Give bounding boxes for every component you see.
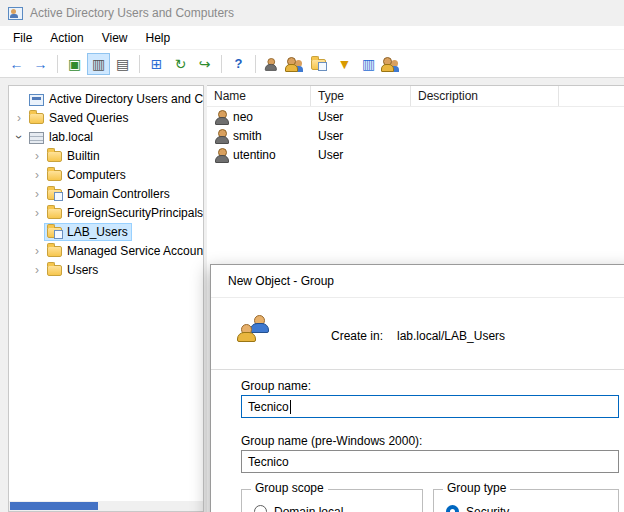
folder-icon bbox=[47, 265, 62, 276]
group-icon bbox=[285, 57, 303, 71]
advanced-icon[interactable]: ▥ bbox=[357, 53, 380, 75]
user-icon bbox=[214, 110, 228, 124]
chevron-right-icon[interactable] bbox=[29, 242, 45, 260]
new-group-icon[interactable] bbox=[285, 53, 308, 75]
list-item-utentino[interactable]: utentino User bbox=[207, 145, 624, 164]
ou-folder-icon bbox=[311, 59, 326, 70]
pre-windows-2000-label: Group name (pre-Windows 2000): bbox=[241, 434, 422, 448]
new-window-icon[interactable]: ⊞ bbox=[145, 53, 168, 75]
folder-icon bbox=[47, 151, 62, 162]
tree-item-users[interactable]: Users bbox=[9, 260, 203, 279]
back-icon[interactable]: ← bbox=[5, 53, 28, 75]
create-in-label: Create in: bbox=[331, 329, 383, 343]
refresh-icon[interactable]: ↻ bbox=[169, 53, 192, 75]
toolbar-separator bbox=[255, 55, 256, 73]
chevron-down-icon[interactable] bbox=[11, 128, 27, 146]
help-icon[interactable]: ? bbox=[227, 53, 250, 75]
create-in-value: lab.local/LAB_Users bbox=[397, 329, 505, 343]
chevron-right-icon[interactable] bbox=[29, 147, 45, 165]
chevron-right-icon[interactable] bbox=[29, 204, 45, 222]
radio-domain-local[interactable]: Domain local bbox=[254, 504, 422, 512]
group-type-box: Group type Security Distribution bbox=[433, 489, 619, 512]
ou-folder-icon bbox=[47, 189, 62, 200]
folder-icon bbox=[47, 246, 62, 257]
group-icon bbox=[381, 57, 399, 71]
ou-folder-icon bbox=[47, 227, 62, 238]
group-scope-box: Group scope Domain local Global Universa… bbox=[241, 489, 423, 512]
list-item-neo[interactable]: neo User bbox=[207, 107, 624, 126]
main-area: Active Directory Users and Com Saved Que… bbox=[0, 79, 624, 512]
tree-item-computers[interactable]: Computers bbox=[9, 165, 203, 184]
toolbar: ← → ▣ ▥ ▤ ⊞ ↻ ↪ ? ▼ ▥ bbox=[0, 50, 624, 78]
menu-view[interactable]: View bbox=[93, 27, 137, 49]
column-header-spacer bbox=[559, 86, 624, 106]
radio-icon[interactable] bbox=[254, 505, 267, 512]
group-name-input[interactable]: Tecnico bbox=[241, 395, 619, 418]
tree-item-foreign-security-principals[interactable]: ForeignSecurityPrincipals bbox=[9, 203, 203, 222]
export-list-icon[interactable]: ↪ bbox=[193, 53, 216, 75]
tree-item-lab-local[interactable]: lab.local bbox=[9, 127, 203, 146]
toolbar-separator bbox=[57, 55, 58, 73]
app-icon bbox=[8, 7, 23, 20]
user-icon bbox=[264, 58, 276, 70]
list-header: Name Type Description bbox=[207, 86, 624, 107]
user-icon bbox=[214, 129, 228, 143]
domain-icon bbox=[29, 132, 44, 144]
group-scope-label: Group scope bbox=[251, 481, 328, 495]
new-object-icon[interactable] bbox=[381, 53, 404, 75]
scrollbar-thumb[interactable] bbox=[10, 502, 98, 510]
window-title: Active Directory Users and Computers bbox=[30, 6, 234, 20]
text-caret bbox=[290, 400, 291, 414]
chevron-right-icon[interactable] bbox=[11, 109, 27, 127]
menu-bar: File Action View Help bbox=[0, 26, 624, 50]
tree-item-root[interactable]: Active Directory Users and Com bbox=[9, 89, 203, 108]
tree-item-builtin[interactable]: Builtin bbox=[9, 146, 203, 165]
folder-icon bbox=[47, 170, 62, 181]
column-header-description[interactable]: Description bbox=[411, 86, 559, 106]
properties-icon[interactable]: ▤ bbox=[111, 53, 134, 75]
group-name-label: Group name: bbox=[241, 379, 311, 393]
chevron-right-icon[interactable] bbox=[29, 166, 45, 184]
dialog-separator bbox=[211, 369, 624, 370]
folder-icon bbox=[47, 208, 62, 219]
tree-item-domain-controllers[interactable]: Domain Controllers bbox=[9, 184, 203, 203]
new-user-icon[interactable] bbox=[261, 53, 284, 75]
toolbar-separator bbox=[139, 55, 140, 73]
tree-item-managed-service-accounts[interactable]: Managed Service Accoun bbox=[9, 241, 203, 260]
radio-selected-icon[interactable] bbox=[446, 505, 459, 512]
column-header-name[interactable]: Name bbox=[207, 86, 311, 106]
details-pane-icon[interactable]: ▥ bbox=[87, 53, 110, 75]
forward-icon[interactable]: → bbox=[29, 53, 52, 75]
group-type-label: Group type bbox=[443, 481, 510, 495]
pre-windows-2000-input[interactable]: Tecnico bbox=[241, 450, 619, 473]
menu-action[interactable]: Action bbox=[41, 27, 92, 49]
menu-help[interactable]: Help bbox=[137, 27, 180, 49]
selected-tree-item[interactable]: LAB_Users bbox=[45, 224, 131, 240]
person-icon bbox=[237, 324, 256, 341]
chevron-right-icon[interactable] bbox=[29, 261, 45, 279]
menu-file[interactable]: File bbox=[4, 27, 41, 49]
filter-icon[interactable]: ▼ bbox=[333, 53, 356, 75]
new-object-group-dialog: New Object - Group Create in: lab.local/… bbox=[210, 264, 624, 512]
list-item-smith[interactable]: smith User bbox=[207, 126, 624, 145]
console-tree-pane: Active Directory Users and Com Saved Que… bbox=[8, 85, 204, 512]
toolbar-separator bbox=[221, 55, 222, 73]
new-ou-icon[interactable] bbox=[309, 53, 332, 75]
tree-item-saved-queries[interactable]: Saved Queries bbox=[9, 108, 203, 127]
folder-icon bbox=[29, 113, 44, 124]
user-icon bbox=[214, 148, 228, 162]
column-header-type[interactable]: Type bbox=[311, 86, 411, 106]
group-icon bbox=[237, 315, 273, 345]
console-tree-icon[interactable]: ▣ bbox=[63, 53, 86, 75]
title-bar: Active Directory Users and Computers bbox=[0, 0, 624, 26]
chevron-right-icon[interactable] bbox=[29, 185, 45, 203]
horizontal-scrollbar[interactable] bbox=[9, 501, 203, 511]
radio-security[interactable]: Security bbox=[446, 504, 618, 512]
dialog-title: New Object - Group bbox=[211, 265, 624, 298]
tree-item-lab-users[interactable]: LAB_Users bbox=[9, 222, 203, 241]
console-root-icon bbox=[29, 94, 44, 106]
